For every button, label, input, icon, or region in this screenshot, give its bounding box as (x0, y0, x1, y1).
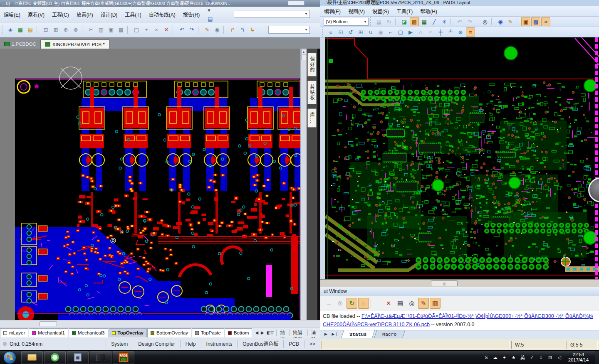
menu-item[interactable]: 放置(P) (73, 11, 97, 19)
toolbar-icon[interactable]: ✕ (162, 25, 171, 34)
altium-pcb-view[interactable]: ▲ 偏好的剪贴板库... (0, 49, 320, 327)
taskbar-calculator-button[interactable]: ▦ (67, 351, 89, 364)
toolbar-icon[interactable]: ↷ (187, 25, 196, 34)
toolbar-icon[interactable]: ◎ (480, 17, 490, 26)
horizontal-scrollbar[interactable] (0, 320, 320, 327)
layer-tab[interactable]: Mechanical1 (29, 328, 68, 337)
toolbar-icon[interactable]: ≈ (426, 27, 435, 37)
toolbar-icon[interactable] (223, 26, 226, 34)
toolbar-icon[interactable]: ▣ (521, 17, 530, 26)
taskbar-clock[interactable]: 22:54 2017/4/14 (568, 352, 589, 363)
tray-icon[interactable]: + (501, 354, 508, 361)
toolbar-icon[interactable]: ▢ (396, 27, 405, 37)
toolbar-icon[interactable]: ◉ (213, 25, 222, 34)
panel-tab[interactable]: 剪贴板 (307, 81, 317, 104)
toolbar-icon[interactable]: ✳ (440, 17, 449, 26)
show-desktop-button[interactable] (595, 351, 599, 364)
output-toolbar-icon[interactable]: → (323, 298, 334, 309)
log-file-link[interactable]: F:\×ÊÁÏ\C-±äÆµÆ÷\01-Éú²úÓÃ×ÊÁÏ\01-³ÌÐò·½… (361, 313, 593, 319)
tray-icon[interactable]: S (483, 354, 490, 361)
taskbar-pads-button[interactable]: PADS (113, 351, 134, 364)
toolbar-icon[interactable]: ⊕ (456, 27, 465, 37)
toolbar-icon[interactable]: ◪ (400, 17, 409, 26)
toolbar-icon[interactable]: ✂ (87, 25, 96, 34)
layer-tab[interactable]: mLayer (0, 328, 28, 337)
layer-next-icon[interactable]: ▶ (261, 330, 264, 335)
layer-tab[interactable]: TopPaste (192, 328, 224, 337)
pcb-canvas-right[interactable] (325, 37, 599, 279)
menu-item[interactable]: 帮助(H) (416, 7, 441, 16)
tray-icon[interactable]: ✓ (528, 354, 535, 361)
toolbar-icon[interactable]: ↶ (455, 17, 464, 26)
document-tab[interactable]: 1.PCBDOC (0, 39, 40, 49)
scroll-thumb[interactable] (301, 55, 306, 60)
altium-title-bar[interactable]: …0) - T:\资料\C-变频器(01-主) 用资料\01-程序方案\奥威腾(… (0, 0, 320, 7)
layer-prev-icon[interactable]: ◀ (255, 330, 258, 335)
output-toolbar-icon[interactable]: ▥ (430, 298, 441, 309)
output-toolbar-icon[interactable]: ⊗ (335, 298, 346, 309)
toolbar-icon[interactable]: ▤ (374, 17, 384, 26)
toolbar-icon[interactable]: ↺ (346, 27, 355, 37)
tray-icon[interactable]: ○ (537, 354, 545, 361)
layer-tab[interactable]: TopOverlay (109, 328, 147, 337)
toolbar-icon[interactable]: ▶ (406, 27, 415, 37)
tray-icon[interactable]: ★ (510, 354, 517, 361)
toolbar-icon[interactable] (198, 26, 201, 34)
toolbar-icon[interactable]: ▩ (531, 17, 540, 26)
scroll-up-icon[interactable]: ▲ (301, 49, 306, 54)
menu-item[interactable]: 编辑(E) (320, 7, 344, 16)
output-toolbar-icon[interactable]: ⌂ (358, 298, 369, 309)
status-panel-button[interactable]: PCB (283, 340, 304, 348)
pads-title-bar[interactable]: …\硬件\主板\CHE200原理图PCB-Ver7\PCB_3110_ZK_06… (320, 0, 599, 6)
layer-bar-button[interactable]: 掩膜级别 (289, 330, 308, 336)
toolbar-icon[interactable] (173, 26, 176, 34)
pads-pcb-view[interactable] (320, 37, 599, 279)
toolbar-icon[interactable]: « (326, 27, 335, 37)
panel-tab[interactable]: 库... (307, 108, 317, 128)
toolbar-icon[interactable]: + (142, 25, 151, 34)
toolbar-icon[interactable]: ↷ (465, 17, 474, 26)
toolbar-icon[interactable]: ⊞ (51, 25, 60, 34)
toolbar-icon[interactable]: ▢ (132, 25, 141, 34)
toolbar-icon[interactable]: ╱ (430, 17, 439, 26)
toolbar-icon[interactable]: ▤ (26, 25, 35, 34)
toolbar-icon[interactable] (127, 26, 130, 34)
tab-scroll-arrows[interactable]: ▶ ▶| (320, 330, 342, 336)
toolbar-icon[interactable]: ↶ (177, 25, 186, 34)
tray-icon[interactable]: ◁ (556, 354, 563, 361)
toolbar-icon[interactable]: ∩ (416, 27, 425, 37)
menu-item[interactable]: 工具(T) (393, 7, 416, 16)
toolbar-icon[interactable]: ↳ (248, 25, 257, 34)
menu-item[interactable]: 视图(V) (344, 7, 369, 16)
output-toolbar-icon[interactable]: ✎ (418, 298, 429, 309)
toolbar-icon[interactable]: ▥ (97, 25, 106, 34)
toolbar-icon[interactable]: ≈ (541, 17, 550, 26)
toolbar-icon[interactable] (517, 18, 520, 25)
toolbar-icon[interactable]: ▦ (420, 17, 429, 26)
status-panel-button[interactable]: >> (304, 340, 320, 348)
toolbar-icon[interactable]: × (152, 25, 161, 34)
toolbar-icon[interactable]: ⊡ (41, 25, 50, 34)
start-button[interactable] (3, 351, 16, 364)
altium-net-combo[interactable]: ▼ (268, 26, 310, 34)
status-panel-button[interactable]: OpenBus调色板 (237, 340, 283, 348)
toolbar-icon[interactable]: ▩ (116, 25, 126, 34)
toolbar-icon[interactable]: ↰ (238, 25, 247, 34)
toolbar-icon[interactable]: ✎ (506, 17, 515, 26)
toolbar-icon[interactable]: ▣ (106, 25, 116, 34)
menu-item[interactable]: 报告(R) (179, 11, 204, 19)
toolbar-icon[interactable]: ╧ (446, 27, 455, 37)
scroll-thumb[interactable] (40, 321, 57, 326)
output-tab[interactable]: Status (341, 330, 375, 338)
taskbar-notebook-button[interactable] (90, 351, 111, 364)
status-panel-button[interactable]: Instruments (201, 340, 238, 348)
toolbar-icon[interactable]: ↱ (228, 25, 237, 34)
toolbar-icon[interactable]: ◉ (496, 17, 505, 26)
toolbar-icon[interactable] (491, 18, 494, 25)
toolbar-icon[interactable]: ⊞ (356, 27, 365, 37)
vertical-scrollbar[interactable]: ▲ (300, 49, 307, 320)
toolbar-icon[interactable]: ⌐ (386, 27, 395, 37)
toolbar-icon[interactable]: ≡ (466, 27, 475, 37)
output-toolbar-icon[interactable]: ▤ (395, 298, 406, 309)
menu-item[interactable]: 工具(T) (121, 11, 145, 19)
